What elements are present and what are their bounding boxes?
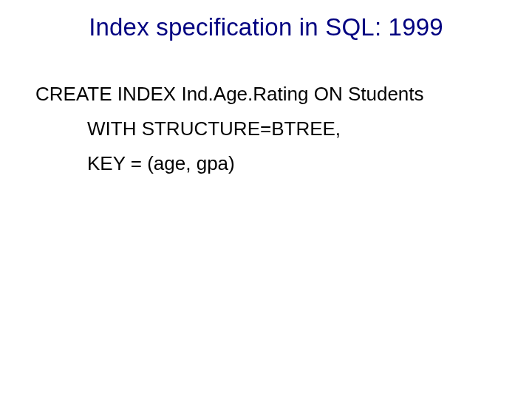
slide-title: Index specification in SQL: 1999 (0, 13, 532, 41)
slide-body: CREATE INDEX Ind.Age.Rating ON Students … (35, 80, 497, 178)
slide: Index specification in SQL: 1999 CREATE … (0, 0, 532, 399)
code-line-3: KEY = (age, gpa) (87, 149, 497, 178)
code-line-1: CREATE INDEX Ind.Age.Rating ON Students (35, 80, 497, 109)
code-line-2: WITH STRUCTURE=BTREE, (87, 115, 497, 143)
